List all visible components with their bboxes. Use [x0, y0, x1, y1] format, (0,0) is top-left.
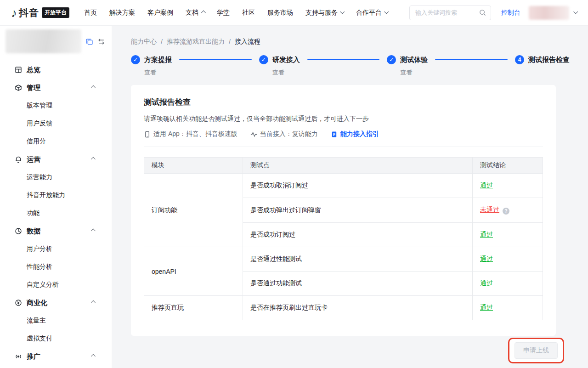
- divider: [144, 147, 543, 147]
- sidebar-item-user-feedback[interactable]: 用户反馈: [0, 114, 112, 132]
- sidebar-item-operation-ability[interactable]: 运营能力: [0, 168, 112, 186]
- module-cell: openAPI: [144, 247, 243, 296]
- step-view-link[interactable]: 查看: [144, 68, 172, 77]
- chevron-down-icon: [384, 9, 389, 14]
- sidebar-item-douyin-open-ability[interactable]: 抖音开放能力: [0, 186, 112, 204]
- sidebar-item-operations[interactable]: 运营: [0, 150, 112, 168]
- step-test-report-check: 4 测试报告检查: [515, 55, 570, 64]
- col-header-result: 测试结论: [473, 158, 543, 174]
- step-connector: [435, 59, 508, 60]
- module-cell: 订阅功能: [144, 174, 243, 247]
- nav-item-cases[interactable]: 客户案例: [147, 9, 173, 17]
- result-pass-link[interactable]: 通过: [480, 304, 493, 311]
- step-connector: [179, 59, 252, 60]
- nav-item-marketplace[interactable]: 服务市场: [267, 9, 293, 17]
- brand-logo[interactable]: ♪ 抖音 开放平台: [11, 6, 69, 19]
- main-content: 能力中心 / 推荐流游戏直出能力 / 接入流程 ✓ 方案提报 查看 ✓ 研发接入…: [112, 26, 588, 368]
- douyin-note-icon: ♪: [11, 7, 17, 19]
- user-avatar-redacted[interactable]: [529, 6, 569, 20]
- test-point-cell: 是否成功弹出过订阅弹窗: [243, 198, 473, 223]
- sidebar-item-user-analysis[interactable]: 用户分析: [0, 240, 112, 258]
- brand-badge: 开放平台: [42, 7, 69, 18]
- data-icon: [15, 227, 22, 235]
- nav-item-partners[interactable]: 合作平台: [356, 9, 388, 17]
- apply-launch-button[interactable]: 申请上线: [514, 342, 558, 359]
- search-input[interactable]: [414, 9, 479, 17]
- step-connector: [307, 59, 380, 60]
- console-link[interactable]: 控制台: [501, 9, 520, 17]
- sidebar-item-manage[interactable]: 管理: [0, 79, 112, 96]
- step-view-link[interactable]: 查看: [272, 68, 300, 77]
- nav-item-community[interactable]: 社区: [242, 9, 255, 17]
- pulse-icon: [250, 131, 257, 138]
- step-check-icon: ✓: [259, 55, 268, 64]
- sidebar-item-commercialization[interactable]: 商业化: [0, 294, 112, 311]
- app-name-redacted: [6, 29, 81, 53]
- step-label: 研发接入: [272, 55, 300, 64]
- nav-item-support[interactable]: 支持与服务: [305, 9, 344, 17]
- step-plan-submission: ✓ 方案提报 查看: [131, 55, 172, 77]
- switch-app-icon[interactable]: [97, 38, 105, 45]
- main-nav: 首页 解决方案 客户案例 文档 学堂 社区 服务市场 支持与服务 合作平台: [84, 9, 388, 17]
- sidebar-menu: 总览 管理 版本管理 用户反馈 信用分 运营 运营能力 抖音开放能力 功能 数据…: [0, 61, 112, 365]
- sidebar-item-promotion[interactable]: 推广: [0, 347, 112, 365]
- breadcrumb-current: 接入流程: [235, 38, 260, 46]
- current-access-meta: 当前接入：复访能力: [250, 130, 318, 138]
- result-pass-link[interactable]: 通过: [480, 279, 493, 287]
- sidebar-item-version-manage[interactable]: 版本管理: [0, 96, 112, 114]
- sidebar-item-performance-analysis[interactable]: 性能分析: [0, 258, 112, 276]
- chevron-up-icon: [201, 11, 206, 15]
- operations-icon: [15, 156, 22, 163]
- help-icon[interactable]: ?: [503, 208, 509, 215]
- result-pass-link[interactable]: 通过: [480, 255, 493, 262]
- col-header-module: 模块: [144, 158, 243, 174]
- step-test-experience: ✓ 测试体验 查看: [387, 55, 428, 77]
- manage-icon: [15, 84, 22, 91]
- nav-item-home[interactable]: 首页: [84, 9, 97, 17]
- result-pass-link[interactable]: 通过: [480, 181, 493, 189]
- test-point-cell: 是否成功取消订阅过: [243, 174, 473, 198]
- stepper: ✓ 方案提报 查看 ✓ 研发接入 查看 ✓ 测试体验 查看 4: [131, 55, 570, 77]
- annotation-highlight-box: 申请上线: [508, 338, 564, 363]
- chevron-up-icon: [91, 354, 96, 359]
- test-point-cell: 是否通过功能测试: [243, 272, 473, 296]
- module-cell: 推荐页直玩: [144, 296, 243, 320]
- guide-doc-icon: [331, 131, 338, 138]
- nav-item-academy[interactable]: 学堂: [217, 9, 230, 17]
- sidebar-item-traffic-owner[interactable]: 流量主: [0, 311, 112, 329]
- chevron-up-icon: [91, 300, 96, 305]
- sidebar-item-data[interactable]: 数据: [0, 222, 112, 240]
- search-box[interactable]: [409, 6, 491, 20]
- current-app-block: [6, 29, 105, 53]
- step-check-icon: ✓: [387, 55, 396, 64]
- breadcrumb-separator: /: [229, 38, 231, 45]
- nav-item-solutions[interactable]: 解决方案: [109, 9, 135, 17]
- search-icon[interactable]: [479, 9, 486, 16]
- breadcrumb-item[interactable]: 推荐流游戏直出能力: [167, 38, 225, 46]
- table-row: 推荐页直玩 是否在推荐页刷出过直玩卡 通过: [144, 296, 543, 320]
- test-point-cell: 是否通过性能测试: [243, 247, 473, 272]
- step-dev-integration: ✓ 研发接入 查看: [259, 55, 300, 77]
- step-view-link[interactable]: 查看: [400, 68, 428, 77]
- result-pass-link[interactable]: 通过: [480, 231, 493, 238]
- mobile-app-icon: [144, 131, 151, 138]
- sidebar-item-overview[interactable]: 总览: [0, 61, 112, 79]
- top-navbar: ♪ 抖音 开放平台 首页 解决方案 客户案例 文档 学堂 社区 服务市场 支持与…: [0, 0, 588, 26]
- result-fail-link[interactable]: 未通过: [480, 206, 499, 213]
- chevron-up-icon: [91, 229, 96, 233]
- copy-icon[interactable]: [85, 38, 93, 45]
- chevron-up-icon: [91, 85, 96, 90]
- sidebar-item-custom-analysis[interactable]: 自定义分析: [0, 276, 112, 294]
- nav-item-docs[interactable]: 文档: [186, 9, 204, 17]
- overview-icon: [15, 66, 22, 74]
- test-point-cell: 是否成功订阅过: [243, 223, 473, 247]
- ability-guide-link[interactable]: 能力接入指引: [331, 130, 379, 138]
- step-number-badge: 4: [515, 55, 524, 64]
- applicable-app-meta: 适用 App：抖音、抖音极速版: [144, 130, 237, 138]
- user-menu-chevron-icon[interactable]: [573, 9, 578, 14]
- sidebar-item-features[interactable]: 功能: [0, 204, 112, 222]
- sidebar-item-credit-score[interactable]: 信用分: [0, 132, 112, 150]
- sidebar-item-virtual-payment[interactable]: 虚拟支付: [0, 329, 112, 347]
- step-label: 方案提报: [144, 55, 172, 64]
- breadcrumb-item[interactable]: 能力中心: [131, 38, 157, 46]
